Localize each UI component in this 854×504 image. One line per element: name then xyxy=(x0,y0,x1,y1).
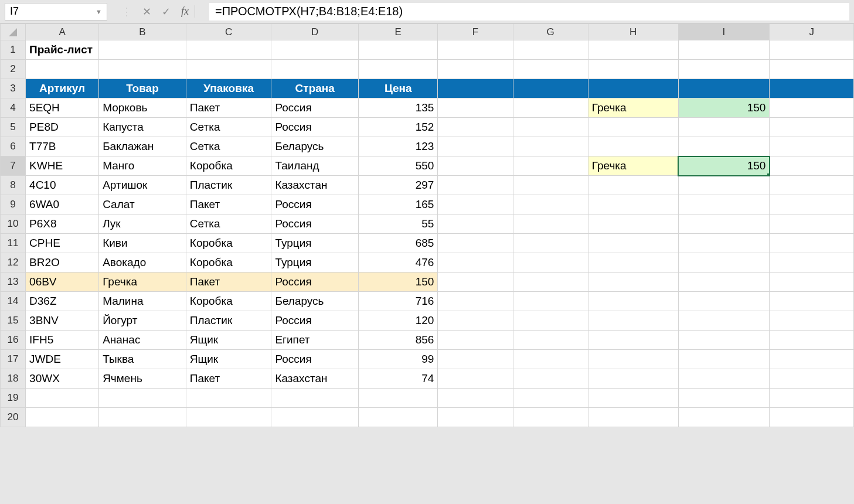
cell-E19[interactable] xyxy=(359,389,438,408)
cell-I15[interactable] xyxy=(678,311,770,331)
cell-D1[interactable] xyxy=(271,40,359,60)
cell-I17[interactable] xyxy=(678,350,770,369)
cell-J20[interactable] xyxy=(770,408,854,427)
table-header-C[interactable]: Упаковка xyxy=(186,79,271,98)
table-cell[interactable]: 06BV xyxy=(26,273,99,292)
cell-J10[interactable] xyxy=(770,214,854,234)
cell-D20[interactable] xyxy=(271,408,359,427)
row-header-5[interactable]: 5 xyxy=(1,118,26,137)
table-cell[interactable]: Ананас xyxy=(99,331,186,350)
cell-F9[interactable] xyxy=(438,195,513,214)
table-cell[interactable]: 3BNV xyxy=(26,311,99,331)
cell-I10[interactable] xyxy=(678,214,770,234)
table-cell[interactable]: Пластик xyxy=(186,176,271,195)
column-header-I[interactable]: I xyxy=(678,24,770,40)
cell-J15[interactable] xyxy=(770,311,854,331)
cell-J17[interactable] xyxy=(770,350,854,369)
cell-A19[interactable] xyxy=(26,389,99,408)
table-cell[interactable]: 165 xyxy=(359,195,438,214)
row-header-16[interactable]: 16 xyxy=(1,331,26,350)
table-cell[interactable]: 4C10 xyxy=(26,176,99,195)
cell-I2[interactable] xyxy=(678,60,770,79)
cell-H17[interactable] xyxy=(588,350,678,369)
cell-H15[interactable] xyxy=(588,311,678,331)
table-cell[interactable]: Сетка xyxy=(186,137,271,156)
table-cell[interactable]: Пакет xyxy=(186,369,271,389)
cell-I8[interactable] xyxy=(678,176,770,195)
cell-F2[interactable] xyxy=(438,60,513,79)
table-cell[interactable]: Турция xyxy=(271,253,359,273)
cell-I3[interactable] xyxy=(678,79,770,98)
cell-C1[interactable] xyxy=(186,40,271,60)
table-cell[interactable]: Россия xyxy=(271,195,359,214)
cell-B1[interactable] xyxy=(99,40,186,60)
cell-G13[interactable] xyxy=(513,273,588,292)
column-header-J[interactable]: J xyxy=(770,24,854,40)
table-cell[interactable]: Сетка xyxy=(186,118,271,137)
table-cell[interactable]: 6WA0 xyxy=(26,195,99,214)
table-cell[interactable]: 476 xyxy=(359,253,438,273)
cell-I6[interactable] xyxy=(678,137,770,156)
cell-I19[interactable] xyxy=(678,389,770,408)
table-header-D[interactable]: Страна xyxy=(271,79,359,98)
cell-H18[interactable] xyxy=(588,369,678,389)
cell-G5[interactable] xyxy=(513,118,588,137)
table-cell[interactable]: Салат xyxy=(99,195,186,214)
table-cell[interactable]: Россия xyxy=(271,98,359,118)
formula-input[interactable] xyxy=(209,3,849,21)
column-header-H[interactable]: H xyxy=(588,24,678,40)
cell-G12[interactable] xyxy=(513,253,588,273)
fx-icon[interactable]: fx xyxy=(181,5,195,18)
cell-G16[interactable] xyxy=(513,331,588,350)
table-cell[interactable]: Россия xyxy=(271,118,359,137)
table-cell[interactable]: 135 xyxy=(359,98,438,118)
row-header-9[interactable]: 9 xyxy=(1,195,26,214)
cell-H1[interactable] xyxy=(588,40,678,60)
row-header-7[interactable]: 7 xyxy=(1,156,26,176)
table-cell[interactable]: Гречка xyxy=(99,273,186,292)
row-header-8[interactable]: 8 xyxy=(1,176,26,195)
row-header-6[interactable]: 6 xyxy=(1,137,26,156)
lookup-result[interactable]: 150 xyxy=(678,156,770,176)
table-cell[interactable]: Пластик xyxy=(186,311,271,331)
cell-F17[interactable] xyxy=(438,350,513,369)
cell-C19[interactable] xyxy=(186,389,271,408)
table-cell[interactable]: Киви xyxy=(99,234,186,253)
table-cell[interactable]: Россия xyxy=(271,311,359,331)
table-cell[interactable]: P6X8 xyxy=(26,214,99,234)
row-header-19[interactable]: 19 xyxy=(1,389,26,408)
cell-H19[interactable] xyxy=(588,389,678,408)
table-cell[interactable]: Казахстан xyxy=(271,176,359,195)
cell-B19[interactable] xyxy=(99,389,186,408)
cell-G11[interactable] xyxy=(513,234,588,253)
table-cell[interactable]: Пакет xyxy=(186,195,271,214)
row-header-4[interactable]: 4 xyxy=(1,98,26,118)
cell-H9[interactable] xyxy=(588,195,678,214)
cell-E2[interactable] xyxy=(359,60,438,79)
cell-H2[interactable] xyxy=(588,60,678,79)
table-header-A[interactable]: Артикул xyxy=(26,79,99,98)
table-cell[interactable]: Пакет xyxy=(186,98,271,118)
cell-D19[interactable] xyxy=(271,389,359,408)
table-cell[interactable]: Морковь xyxy=(99,98,186,118)
lookup-key[interactable]: Гречка xyxy=(588,98,678,118)
cell-C2[interactable] xyxy=(186,60,271,79)
table-cell[interactable]: 297 xyxy=(359,176,438,195)
cell-A2[interactable] xyxy=(26,60,99,79)
table-cell[interactable]: 123 xyxy=(359,137,438,156)
name-box[interactable]: I7 ▼ xyxy=(5,3,107,21)
cell-D2[interactable] xyxy=(271,60,359,79)
table-cell[interactable]: Казахстан xyxy=(271,369,359,389)
cell-F10[interactable] xyxy=(438,214,513,234)
column-header-C[interactable]: C xyxy=(186,24,271,40)
cell-J6[interactable] xyxy=(770,137,854,156)
table-cell[interactable]: Артишок xyxy=(99,176,186,195)
cell-G15[interactable] xyxy=(513,311,588,331)
cancel-icon[interactable]: ✕ xyxy=(142,5,151,18)
column-header-G[interactable]: G xyxy=(513,24,588,40)
table-cell[interactable]: PE8D xyxy=(26,118,99,137)
cell-H3[interactable] xyxy=(588,79,678,98)
table-cell[interactable]: Турция xyxy=(271,234,359,253)
cell-F3[interactable] xyxy=(438,79,513,98)
cell-G9[interactable] xyxy=(513,195,588,214)
